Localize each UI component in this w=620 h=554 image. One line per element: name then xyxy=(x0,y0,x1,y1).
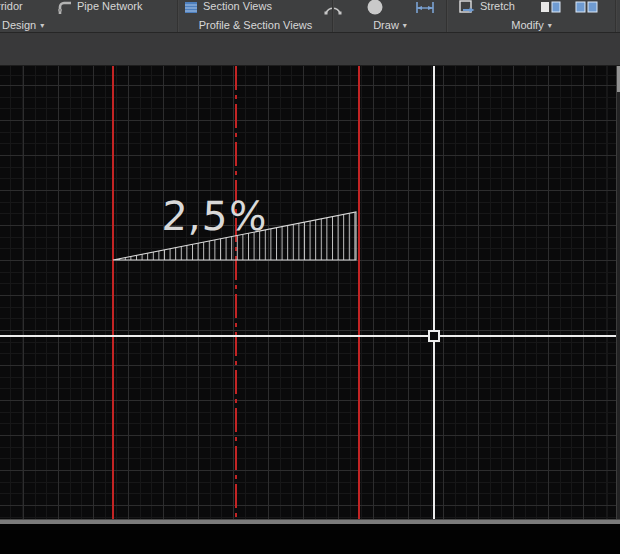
chevron-down-icon: ▾ xyxy=(40,21,44,30)
stretch-icon xyxy=(458,0,475,15)
panel-divider xyxy=(446,0,448,32)
panel-divider xyxy=(332,0,334,32)
red-boundary-line-left[interactable] xyxy=(112,66,114,519)
crosshair-vertical-line xyxy=(433,66,435,519)
bottom-black-area xyxy=(0,524,620,554)
ribbon-buttons-row: rridor Pipe Network xyxy=(0,0,620,17)
crosshair-horizontal-line xyxy=(0,335,616,337)
section-views-icon xyxy=(184,0,198,14)
panel-modify-text: Modify xyxy=(511,19,543,31)
stretch-label: Stretch xyxy=(480,0,515,17)
section-views-button[interactable]: Section Views xyxy=(184,0,272,17)
ribbon: rridor Pipe Network xyxy=(0,0,620,33)
modify-tool-1-button[interactable] xyxy=(540,0,562,17)
split-squares-icon xyxy=(540,0,562,15)
panel-divider xyxy=(177,0,179,32)
pipe-network-icon xyxy=(56,0,72,15)
double-blue-squares-icon xyxy=(575,0,599,15)
panel-label-profile-section-views[interactable]: Profile & Section Views xyxy=(178,17,333,32)
slope-percentage-label[interactable]: 2,5% xyxy=(161,196,269,236)
stretch-button[interactable]: Stretch xyxy=(458,0,515,17)
crosshair-pickbox xyxy=(428,330,440,342)
model-space-canvas[interactable]: 2,5% xyxy=(0,66,620,519)
panel-draw-text: Draw xyxy=(373,19,399,31)
vertical-scrollbar[interactable] xyxy=(616,66,620,519)
panel-profile-text: Profile & Section Views xyxy=(199,19,313,31)
chevron-down-icon: ▾ xyxy=(403,21,407,30)
red-boundary-line-right[interactable] xyxy=(358,66,360,519)
modify-tool-2-button[interactable] xyxy=(575,0,599,17)
panel-label-modify[interactable]: Modify ▾ xyxy=(447,17,616,32)
ribbon-panel-labels-row: Design ▾ Profile & Section Views Draw ▾ … xyxy=(0,17,620,32)
panel-label-draw[interactable]: Draw ▾ xyxy=(333,17,447,32)
circle-icon xyxy=(366,0,384,15)
panel-design-text: Design xyxy=(2,19,36,31)
panel-divider xyxy=(615,0,617,32)
corridor-button[interactable]: rridor xyxy=(0,0,23,17)
red-center-dashed-line[interactable] xyxy=(235,66,237,519)
panel-label-design[interactable]: Design ▾ xyxy=(0,17,180,32)
pipe-network-button[interactable]: Pipe Network xyxy=(56,0,142,17)
pipe-network-label: Pipe Network xyxy=(77,0,142,17)
circle-tool-button[interactable] xyxy=(366,0,384,17)
dimension-tool-button[interactable] xyxy=(414,0,436,17)
chevron-down-icon: ▾ xyxy=(548,21,552,30)
autocad-window: rridor Pipe Network xyxy=(0,0,620,554)
corridor-button-label: rridor xyxy=(0,0,23,17)
section-views-label: Section Views xyxy=(203,0,272,17)
dimension-icon xyxy=(414,0,436,15)
ribbon-lower-strip xyxy=(0,33,620,66)
